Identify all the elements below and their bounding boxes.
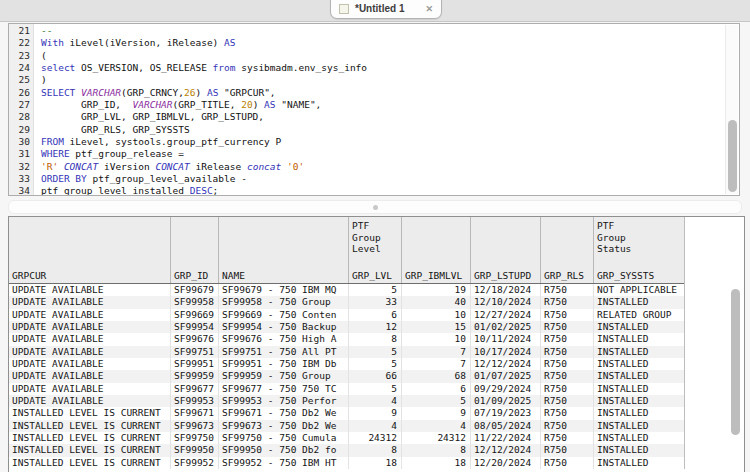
cell-grp_lvl: 66 — [349, 370, 402, 382]
editor-scrollbar-thumb[interactable] — [728, 120, 737, 192]
cell-grp_rls: R750 — [541, 444, 594, 456]
column-header-grp_id[interactable]: GRP_ID — [171, 217, 219, 283]
cell-grp_ibmlvl: 6 — [402, 383, 471, 395]
column-name-label: GRP_RLS — [544, 270, 591, 281]
line-number: 21 — [9, 25, 30, 37]
table-row[interactable]: INSTALLED LEVEL IS CURRENTSF99950SF99950… — [9, 444, 684, 456]
cell-grp_ibmlvl: 9 — [402, 407, 471, 419]
table-row[interactable]: INSTALLED LEVEL IS CURRENTSF99671SF99671… — [9, 407, 684, 419]
cell-name: SF99959 - 750 Group — [219, 370, 349, 382]
run-sql-scripts-window: *Untitled 1 ✕ 21222324252627282930313233… — [0, 0, 750, 472]
cell-grpcur: UPDATE AVAILABLE — [9, 346, 171, 358]
table-row[interactable]: UPDATE AVAILABLESF99679SF99679 - 750 IBM… — [9, 284, 684, 296]
cell-grp_ibmlvl: 40 — [402, 296, 471, 308]
cell-grpcur: UPDATE AVAILABLE — [9, 358, 171, 370]
cell-grp_id: SF99750 — [171, 432, 219, 444]
results-scrollbar-thumb[interactable] — [731, 289, 740, 435]
cell-grp_lvl: 5 — [349, 383, 402, 395]
code-line: -- — [41, 25, 739, 37]
cell-grp_id: SF99951 — [171, 358, 219, 370]
column-name-label: GRP_SYSSTS — [597, 270, 682, 281]
code-lines[interactable]: --With iLevel(iVersion, iRelease) AS(sel… — [34, 24, 739, 195]
cell-grp_ibmlvl: 19 — [402, 284, 471, 296]
cell-grp_syssts: INSTALLED — [594, 420, 684, 432]
table-row[interactable]: UPDATE AVAILABLESF99959SF99959 - 750 Gro… — [9, 370, 684, 382]
editor-scrollbar[interactable] — [725, 25, 738, 194]
cell-grp_ibmlvl: 8 — [402, 444, 471, 456]
line-number: 24 — [9, 62, 30, 74]
column-header-grp_lstupd[interactable]: GRP_LSTUPD — [471, 217, 541, 283]
cell-grp_rls: R750 — [541, 321, 594, 333]
cell-grp_ibmlvl: 7 — [402, 346, 471, 358]
table-row[interactable]: UPDATE AVAILABLESF99953SF99953 - 750 Per… — [9, 395, 684, 407]
cell-name: SF99673 - 750 Db2 We — [219, 420, 349, 432]
sql-editor[interactable]: 2122232425262728293031323334 --With iLev… — [8, 23, 740, 196]
cell-grp_id: SF99950 — [171, 444, 219, 456]
cell-grp_lstupd: 12/12/2024 — [471, 444, 541, 456]
line-number: 26 — [9, 87, 30, 99]
column-header-grp_rls[interactable]: GRP_RLS — [541, 217, 594, 283]
cell-grpcur: INSTALLED LEVEL IS CURRENT — [9, 444, 171, 456]
cell-grpcur: UPDATE AVAILABLE — [9, 333, 171, 345]
tab-untitled-1[interactable]: *Untitled 1 ✕ — [330, 0, 442, 19]
cell-grp_syssts: INSTALLED — [594, 296, 684, 308]
table-row[interactable]: INSTALLED LEVEL IS CURRENTSF99750SF99750… — [9, 432, 684, 444]
cell-grp_rls: R750 — [541, 284, 594, 296]
cell-grp_syssts: INSTALLED — [594, 333, 684, 345]
cell-grp_id: SF99673 — [171, 420, 219, 432]
cell-grp_ibmlvl: 5 — [402, 395, 471, 407]
tab-label: *Untitled 1 — [355, 3, 419, 14]
table-row[interactable]: INSTALLED LEVEL IS CURRENTSF99952SF99952… — [9, 457, 684, 469]
cell-name: SF99954 - 750 Backup — [219, 321, 349, 333]
column-name-label: GRP_LVL — [352, 270, 399, 281]
line-number: 23 — [9, 50, 30, 62]
cell-grp_ibmlvl: 68 — [402, 370, 471, 382]
results-header-row: GRPCURGRP_IDNAMEPTF Group LevelGRP_LVLGR… — [9, 217, 684, 284]
column-name-label: GRP_IBMLVL — [405, 270, 468, 281]
cell-grp_syssts: INSTALLED — [594, 407, 684, 419]
table-row[interactable]: UPDATE AVAILABLESF99954SF99954 - 750 Bac… — [9, 321, 684, 333]
table-row[interactable]: UPDATE AVAILABLESF99677SF99677 - 750 750… — [9, 383, 684, 395]
cell-name: SF99679 - 750 IBM MQ — [219, 284, 349, 296]
cell-name: SF99750 - 750 Cumula — [219, 432, 349, 444]
cell-grp_rls: R750 — [541, 358, 594, 370]
cell-grp_lvl: 6 — [349, 309, 402, 321]
results-scrollbar[interactable] — [729, 218, 741, 472]
line-number: 25 — [9, 74, 30, 86]
column-header-grp_syssts[interactable]: PTF Group StatusGRP_SYSSTS — [594, 217, 684, 283]
cell-name: SF99953 - 750 Perfor — [219, 395, 349, 407]
column-header-grp_ibmlvl[interactable]: GRP_IBMLVL — [402, 217, 471, 283]
column-header-name[interactable]: NAME — [219, 217, 349, 283]
cell-name: SF99677 - 750 750 TC — [219, 383, 349, 395]
cell-grp_id: SF99959 — [171, 370, 219, 382]
table-row[interactable]: UPDATE AVAILABLESF99951SF99951 - 750 IBM… — [9, 358, 684, 370]
cell-name: SF99676 - 750 High A — [219, 333, 349, 345]
table-row[interactable]: UPDATE AVAILABLESF99669SF99669 - 750 Con… — [9, 309, 684, 321]
cell-grp_lstupd: 10/11/2024 — [471, 333, 541, 345]
cell-grpcur: UPDATE AVAILABLE — [9, 321, 171, 333]
cell-grp_lstupd: 12/18/2024 — [471, 284, 541, 296]
line-number: 33 — [9, 173, 30, 185]
table-row[interactable]: UPDATE AVAILABLESF99751SF99751 - 750 All… — [9, 346, 684, 358]
cell-grp_lvl: 5 — [349, 346, 402, 358]
pane-splitter[interactable] — [8, 200, 742, 214]
close-icon[interactable]: ✕ — [425, 4, 433, 14]
column-header-grp_lvl[interactable]: PTF Group LevelGRP_LVL — [349, 217, 402, 283]
table-row[interactable]: INSTALLED LEVEL IS CURRENTSF99673SF99673… — [9, 420, 684, 432]
cell-grp_rls: R750 — [541, 370, 594, 382]
table-row[interactable]: UPDATE AVAILABLESF99676SF99676 - 750 Hig… — [9, 333, 684, 345]
table-row[interactable]: UPDATE AVAILABLESF99958SF99958 - 750 Gro… — [9, 296, 684, 308]
cell-grp_lstupd: 01/09/2025 — [471, 395, 541, 407]
cell-grp_syssts: INSTALLED — [594, 383, 684, 395]
column-header-grpcur[interactable]: GRPCUR — [9, 217, 171, 283]
tab-bar: *Untitled 1 ✕ — [0, 0, 750, 22]
cell-grp_id: SF99669 — [171, 309, 219, 321]
cell-grp_ibmlvl: 18 — [402, 457, 471, 469]
cell-grpcur: INSTALLED LEVEL IS CURRENT — [9, 432, 171, 444]
cell-grp_id: SF99676 — [171, 333, 219, 345]
cell-grp_syssts: INSTALLED — [594, 457, 684, 469]
cell-grp_syssts: INSTALLED — [594, 395, 684, 407]
cell-grp_syssts: INSTALLED — [594, 346, 684, 358]
cell-grp_id: SF99677 — [171, 383, 219, 395]
cell-grpcur: INSTALLED LEVEL IS CURRENT — [9, 407, 171, 419]
